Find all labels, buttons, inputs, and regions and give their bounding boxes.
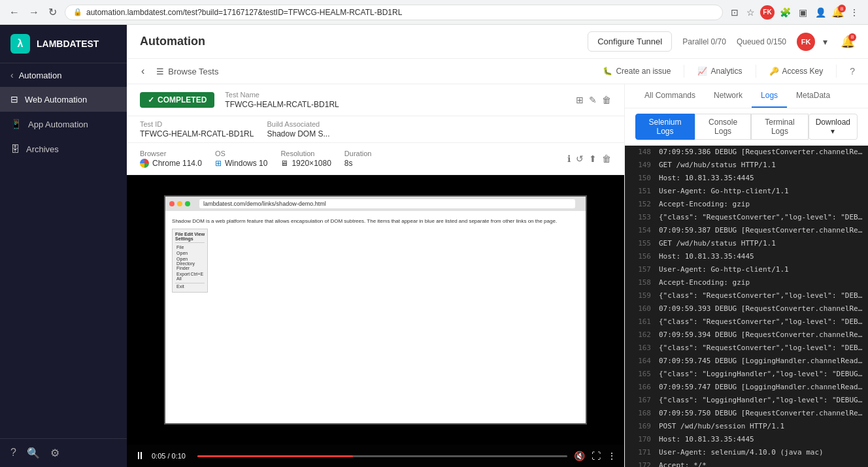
test-info-bar: ✓ COMPLETED Test Name TFWCG-HEALM-RCATL-…	[127, 84, 624, 116]
log-line-number: 152	[630, 199, 651, 210]
delete-icon-btn[interactable]: 🗑	[602, 95, 611, 105]
user-dropdown-icon[interactable]: ▾	[820, 34, 830, 50]
search-footer-icon[interactable]: 🔍	[27, 447, 40, 459]
log-line: 170Host: 10.81.33.35:4445	[625, 433, 868, 446]
extension-icon[interactable]: 🧩	[777, 5, 793, 20]
browser-meta-actions: ℹ ↺ ⬆ 🗑	[567, 153, 611, 164]
access-key-btn[interactable]: 🔑 Access Key	[769, 67, 824, 76]
log-line-number: 163	[630, 342, 651, 354]
sidebar-item-app-automation[interactable]: 📱 App Automation	[0, 112, 127, 137]
back-button[interactable]: ←	[7, 4, 22, 21]
log-line-number: 159	[630, 290, 651, 302]
log-line-number: 169	[630, 421, 651, 432]
video-preview: lambdatest.com/demo/links/shadow-demo.ht…	[127, 175, 624, 445]
test-info-row2: Test ID TFWCG-HEALM-RCATL-BD1RL Build As…	[127, 116, 624, 143]
log-line-number: 151	[630, 185, 651, 197]
bookmark-icon[interactable]: ☆	[744, 5, 758, 20]
user-avatar[interactable]: FK	[797, 33, 815, 51]
sidebar-back-btn[interactable]: ‹ Automation	[0, 63, 127, 87]
logo-text: LAMBDATEST	[37, 39, 99, 49]
chrome-icon	[140, 159, 149, 168]
analytics-btn[interactable]: 📈 Analytics	[697, 67, 742, 76]
header-notification-btn[interactable]: 🔔 8	[841, 35, 855, 49]
volume-btn[interactable]: 🔇	[574, 451, 585, 461]
log-tab-console[interactable]: Console Logs	[695, 114, 751, 140]
video-controls: ⏸ 0:05 / 0:10 🔇 ⛶ ⋮	[127, 445, 624, 467]
time-display: 0:05 / 0:10	[152, 452, 191, 460]
toolbar-back-btn[interactable]: ‹	[140, 64, 146, 78]
create-issue-btn[interactable]: 🐛 Create an issue	[603, 67, 671, 76]
play-pause-btn[interactable]: ⏸	[135, 450, 145, 462]
edit-icon-btn[interactable]: ✎	[589, 95, 597, 105]
address-bar[interactable]: 🔒 automation.lambdatest.com/test?build=1…	[65, 5, 723, 20]
settings-footer-icon[interactable]: ⚙	[50, 447, 59, 459]
progress-bar[interactable]	[197, 455, 567, 457]
log-line-number: 161	[630, 316, 651, 328]
profile-icon[interactable]: 👤	[812, 5, 829, 20]
progress-fill	[197, 455, 353, 457]
log-tab-selenium[interactable]: Selenium Logs	[635, 114, 695, 140]
tab-logs[interactable]: Logs	[752, 84, 787, 108]
app-title: Automation	[140, 35, 205, 48]
browse-tests-btn[interactable]: ☰ Browse Tests	[156, 67, 218, 76]
browser-info: Browser Chrome 114.0 OS ⊞ Windows 10	[127, 143, 624, 175]
back-arrow-icon: ‹	[10, 70, 14, 80]
help-btn[interactable]: ?	[850, 66, 855, 76]
log-line: 150Host: 10.81.33.35:4445	[625, 172, 868, 185]
queued-text: Queued 0/150	[737, 37, 786, 46]
log-line: 169POST /wd/hub/session HTTP/1.1	[625, 420, 868, 433]
browser-detail: Browser Chrome 114.0	[140, 150, 202, 168]
log-line-text: User-Agent: Go-http-client/1.1	[659, 185, 789, 197]
forward-button[interactable]: →	[26, 4, 42, 21]
log-line-text: GET /wd/hub/status HTTP/1.1	[659, 159, 776, 171]
log-line-number: 164	[630, 355, 651, 367]
sidebar-icon[interactable]: ▣	[796, 5, 810, 20]
share-icon-btn[interactable]: ⊞	[576, 95, 584, 105]
sidebar-item-web-automation[interactable]: ⊟ Web Automation	[0, 87, 127, 112]
info-icon-btn[interactable]: ℹ	[567, 153, 571, 164]
test-name-item: Test Name TFWCG-HEALM-RCATL-BD1RL	[225, 91, 339, 109]
bug-icon: 🐛	[603, 67, 612, 76]
log-line: 16407:09:59.745 DEBUG [LoggingHandler.ch…	[625, 355, 868, 368]
log-line-text: {"class": "LoggingHandler","log-level": …	[659, 368, 863, 380]
help-footer-icon[interactable]: ?	[10, 447, 16, 459]
user-avatar-btn[interactable]: FK	[760, 5, 775, 20]
log-line-text: Host: 10.81.33.35:4445	[659, 434, 754, 445]
configure-tunnel-btn[interactable]: Configure Tunnel	[588, 31, 672, 52]
log-tab-terminal[interactable]: Terminal Logs	[751, 114, 808, 140]
app-header: Automation Configure Tunnel Parallel 0/7…	[127, 25, 868, 59]
more-options-btn[interactable]: ⋮	[607, 451, 616, 461]
sidebar-item-archives[interactable]: 🗄 Archives	[0, 137, 127, 161]
test-name-value: TFWCG-HEALM-RCATL-BD1RL	[225, 100, 339, 109]
tab-metadata[interactable]: MetaData	[787, 84, 839, 108]
log-line: 149GET /wd/hub/status HTTP/1.1	[625, 159, 868, 172]
download-btn[interactable]: Download ▾	[809, 114, 858, 140]
browser-value-row: Chrome 114.0	[140, 159, 202, 168]
log-line: 161{"class": "RequestConverter","log-lev…	[625, 315, 868, 329]
log-line: 156Host: 10.81.33.35:4445	[625, 250, 868, 263]
resolution-label: Resolution	[280, 150, 331, 157]
test-name-label: Test Name	[225, 91, 339, 99]
video-area: lambdatest.com/demo/links/shadow-demo.ht…	[127, 175, 624, 467]
tab-all-commands[interactable]: All Commands	[635, 84, 705, 108]
notification-button[interactable]: 🔔 8	[831, 6, 844, 18]
os-value-row: ⊞ Windows 10	[215, 159, 267, 168]
log-line-number: 165	[630, 368, 651, 380]
cast-icon[interactable]: ⊡	[728, 5, 741, 20]
refresh-button[interactable]: ↻	[46, 3, 59, 21]
replay-icon-btn[interactable]: ↺	[576, 153, 584, 164]
log-line-number: 155	[630, 238, 651, 250]
tab-network[interactable]: Network	[705, 84, 752, 108]
log-line: 16807:09:59.750 DEBUG [RequestConverter.…	[625, 407, 868, 420]
log-line: 153{"class": "RequestConverter","log-lev…	[625, 211, 868, 224]
logs-container[interactable]: 14807:09:59.386 DEBUG [RequestConverter.…	[625, 146, 868, 467]
fullscreen-btn[interactable]: ⛶	[592, 451, 601, 461]
log-line: 158Accept-Encoding: gzip	[625, 276, 868, 289]
checkmark-icon: ✓	[148, 95, 154, 105]
log-line-number: 160	[630, 303, 651, 315]
trash-icon-btn[interactable]: 🗑	[602, 153, 611, 164]
menu-icon[interactable]: ⋮	[847, 5, 861, 20]
share-icon-btn2[interactable]: ⬆	[589, 153, 597, 164]
browser-label: Browser	[140, 150, 202, 157]
log-line-text: {"class": "RequestConverter","log-level"…	[659, 290, 863, 302]
